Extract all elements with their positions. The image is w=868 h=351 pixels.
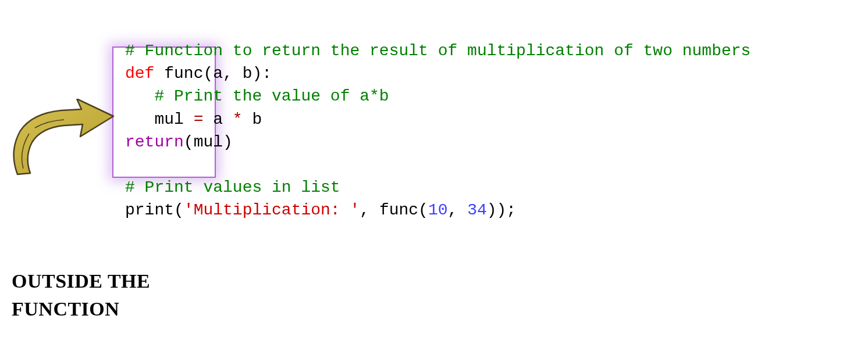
- code-comment-3: # Print values in list: [125, 178, 340, 196]
- print-num2: 34: [467, 201, 487, 219]
- print-num1: 10: [428, 201, 448, 219]
- code-a: a: [203, 110, 232, 128]
- annotation-text: OUTSIDE THE FUNCTION: [12, 267, 150, 323]
- code-mul-assign: mul: [125, 110, 194, 128]
- code-star: *: [233, 110, 243, 128]
- code-b: b: [243, 110, 262, 128]
- code-comment-2: # Print the value of a*b: [125, 87, 389, 105]
- return-arg: (mul): [184, 133, 233, 151]
- annotation-line-1: OUTSIDE THE: [12, 267, 150, 295]
- print-close: ));: [487, 201, 516, 219]
- return-keyword: return: [125, 133, 184, 151]
- code-eq: =: [194, 110, 204, 128]
- func-name: func: [154, 65, 203, 83]
- func-params: (a, b):: [203, 65, 272, 83]
- code-comment-1: # Function to return the result of multi…: [125, 42, 750, 60]
- print-open: (: [174, 201, 184, 219]
- code-block: # Function to return the result of multi…: [125, 40, 750, 222]
- def-keyword: def: [125, 65, 154, 83]
- print-comma: , func(: [360, 201, 428, 219]
- arrow-icon: [6, 99, 122, 186]
- print-string: 'Multiplication: ': [184, 201, 360, 219]
- annotation-line-2: FUNCTION: [12, 295, 150, 323]
- print-fn: print: [125, 201, 174, 219]
- print-mid: ,: [448, 201, 468, 219]
